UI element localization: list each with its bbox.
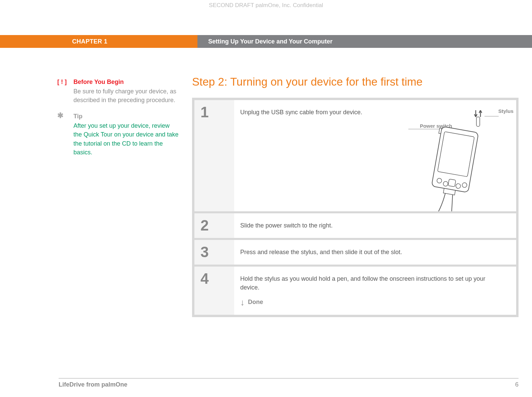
product-name: LifeDrive from palmOne xyxy=(59,381,127,388)
svg-rect-8 xyxy=(448,179,456,187)
svg-rect-2 xyxy=(476,117,480,126)
step-text: Slide the power switch to the right. xyxy=(240,222,333,229)
step-body: Slide the power switch to the right. xyxy=(234,213,516,238)
before-title: Before You Begin xyxy=(73,78,179,86)
alert-icon: [ ! ] xyxy=(57,78,73,104)
before-you-begin-block: [ ! ] Before You Begin Be sure to fully … xyxy=(57,78,179,104)
step-row: 1 Unplug the USB sync cable from your de… xyxy=(194,100,516,211)
page-number: 6 xyxy=(515,381,519,388)
step-text: Unplug the USB sync cable from your devi… xyxy=(240,109,362,116)
step-number-cell: 1 xyxy=(194,100,234,211)
down-arrow-icon: ↓ xyxy=(240,298,245,307)
step-number: 1 xyxy=(200,105,234,120)
done-label: Done xyxy=(248,298,263,306)
before-body: Be sure to fully charge your device, as … xyxy=(73,87,179,104)
step-number-cell: 3 xyxy=(194,240,234,265)
chapter-label: CHAPTER 1 xyxy=(0,35,197,48)
step-text: Press and release the stylus, and then s… xyxy=(240,249,402,255)
step-text: Hold the stylus as you would hold a pen,… xyxy=(240,275,485,291)
step-row: 3 Press and release the stylus, and then… xyxy=(194,240,516,265)
steps-table: 1 Unplug the USB sync cable from your de… xyxy=(192,98,519,317)
page-title: Step 2: Turning on your device for the f… xyxy=(192,75,519,88)
step-number: 3 xyxy=(200,245,234,259)
step-number-cell: 2 xyxy=(194,213,234,238)
tip-icon: ✱ xyxy=(57,112,73,156)
chapter-title: Setting Up Your Device and Your Computer xyxy=(197,35,532,48)
tip-title: Tip xyxy=(73,112,179,121)
step-body: Unplug the USB sync cable from your devi… xyxy=(234,100,516,211)
step-row: 4 Hold the stylus as you would hold a pe… xyxy=(194,267,516,314)
chapter-band: CHAPTER 1 Setting Up Your Device and You… xyxy=(0,35,532,48)
content-area: [ ! ] Before You Begin Be sure to fully … xyxy=(0,78,532,317)
footer: LifeDrive from palmOne 6 xyxy=(59,378,519,388)
step-number: 2 xyxy=(200,218,234,233)
sidebar: [ ! ] Before You Begin Be sure to fully … xyxy=(0,78,192,317)
step-number-cell: 4 xyxy=(194,267,234,314)
confidential-header: SECOND DRAFT palmOne, Inc. Confidential xyxy=(0,2,532,9)
tip-block: ✱ Tip After you set up your device, revi… xyxy=(57,112,179,156)
done-indicator: ↓ Done xyxy=(240,298,505,307)
step-body: Hold the stylus as you would hold a pen,… xyxy=(234,267,516,314)
device-illustration xyxy=(408,110,503,211)
tip-body: After you set up your device, review the… xyxy=(73,121,179,156)
step-number: 4 xyxy=(200,271,234,286)
step-row: 2 Slide the power switch to the right. xyxy=(194,213,516,238)
step-body: Press and release the stylus, and then s… xyxy=(234,240,516,265)
main-content: Step 2: Turning on your device for the f… xyxy=(192,78,532,317)
